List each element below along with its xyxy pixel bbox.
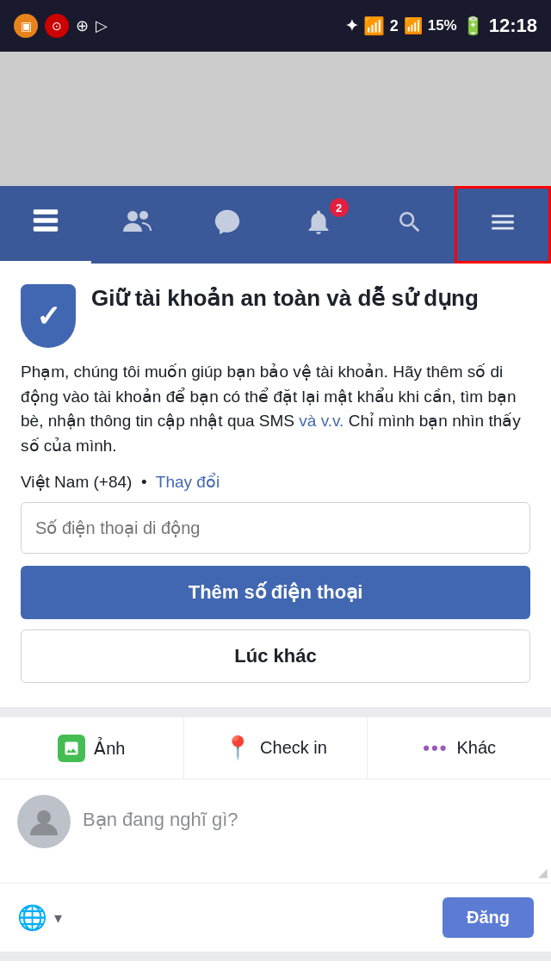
- security-header: Giữ tài khoản an toàn và dễ sử dụng: [21, 284, 530, 348]
- nav-menu[interactable]: [455, 186, 551, 264]
- app-icon-3: ⊕: [76, 16, 89, 35]
- more-icon: •••: [423, 737, 448, 760]
- app-icon-1: ▣: [14, 14, 38, 38]
- svg-rect-1: [34, 218, 58, 223]
- security-link[interactable]: và v.v.: [299, 412, 344, 430]
- checkin-icon: 📍: [224, 735, 251, 761]
- divider-2: [0, 952, 551, 960]
- post-footer: 🌐 ▾ Đăng: [0, 883, 551, 952]
- svg-point-4: [139, 211, 148, 220]
- security-title: Giữ tài khoản an toàn và dễ sử dụng: [91, 284, 479, 313]
- create-post: Bạn đang nghĩ gì? ◢: [0, 779, 551, 883]
- nav-friends[interactable]: [91, 186, 183, 264]
- sim-icon: 2: [390, 17, 399, 35]
- post-actions-bar: Ảnh 📍 Check in ••• Khác: [0, 717, 551, 779]
- globe-icon: 🌐: [17, 903, 47, 932]
- more-action[interactable]: ••• Khác: [368, 717, 551, 779]
- status-bar-left: ▣ ⊙ ⊕ ▷: [14, 14, 108, 38]
- later-button[interactable]: Lúc khác: [21, 630, 530, 683]
- messenger-icon: [213, 208, 242, 243]
- status-bar-right: ✦ 📶 2 📶 15% 🔋 12:18: [345, 15, 537, 37]
- notification-bar: Pham V. Do đã bình luận về một bài viết …: [0, 960, 551, 980]
- checkin-label: Check in: [260, 738, 327, 758]
- home-icon: [31, 206, 60, 241]
- wifi-icon: 📶: [363, 16, 385, 36]
- photo-action[interactable]: Ảnh: [0, 717, 184, 779]
- search-icon: [396, 208, 424, 242]
- nav-home[interactable]: [0, 186, 91, 264]
- divider-1: [0, 707, 551, 717]
- bluetooth-icon: ✦: [345, 16, 358, 35]
- battery-indicator: 15%: [428, 17, 457, 34]
- security-card: Giữ tài khoản an toàn và dễ sử dụng Phạm…: [0, 264, 551, 707]
- signal-icon: 📶: [404, 16, 423, 35]
- post-button[interactable]: Đăng: [443, 897, 534, 938]
- notifications-icon: [304, 208, 333, 243]
- photo-icon: [58, 735, 85, 762]
- nav-notifications[interactable]: 2: [273, 186, 364, 264]
- country-name: Việt Nam (+84): [21, 473, 132, 491]
- app-icon-4: ▷: [96, 16, 108, 35]
- security-body: Phạm, chúng tôi muốn giúp bạn bảo vệ tài…: [21, 360, 530, 458]
- post-placeholder[interactable]: Bạn đang nghĩ gì?: [83, 795, 534, 831]
- notification-badge: 2: [330, 198, 349, 217]
- svg-point-3: [127, 211, 138, 221]
- svg-rect-2: [34, 226, 58, 232]
- resize-handle: ◢: [538, 865, 548, 879]
- shield-icon: [21, 284, 76, 348]
- app-icon-2: ⊙: [45, 14, 69, 38]
- status-bar: ▣ ⊙ ⊕ ▷ ✦ 📶 2 📶 15% 🔋 12:18: [0, 0, 551, 52]
- nav-messenger[interactable]: [182, 186, 273, 264]
- gray-area: [0, 52, 551, 186]
- svg-rect-0: [34, 209, 58, 214]
- chevron-down-icon: ▾: [54, 909, 62, 927]
- nav-search[interactable]: [364, 186, 455, 264]
- add-phone-button[interactable]: Thêm số điện thoại: [21, 566, 530, 619]
- nav-bar: 2: [0, 186, 551, 264]
- friends-icon: [121, 208, 152, 243]
- svg-point-5: [37, 810, 51, 824]
- photo-label: Ảnh: [94, 738, 125, 759]
- avatar: [17, 795, 71, 848]
- country-row: Việt Nam (+84) • Thay đổi: [21, 472, 530, 492]
- more-label: Khác: [456, 738, 496, 758]
- battery-icon: 🔋: [462, 16, 484, 36]
- checkin-action[interactable]: 📍 Check in: [184, 717, 368, 779]
- clock: 12:18: [489, 15, 537, 37]
- menu-icon: [488, 208, 517, 243]
- privacy-selector[interactable]: 🌐 ▾: [17, 903, 62, 932]
- change-country-link[interactable]: Thay đổi: [156, 473, 220, 491]
- phone-input[interactable]: [21, 502, 530, 554]
